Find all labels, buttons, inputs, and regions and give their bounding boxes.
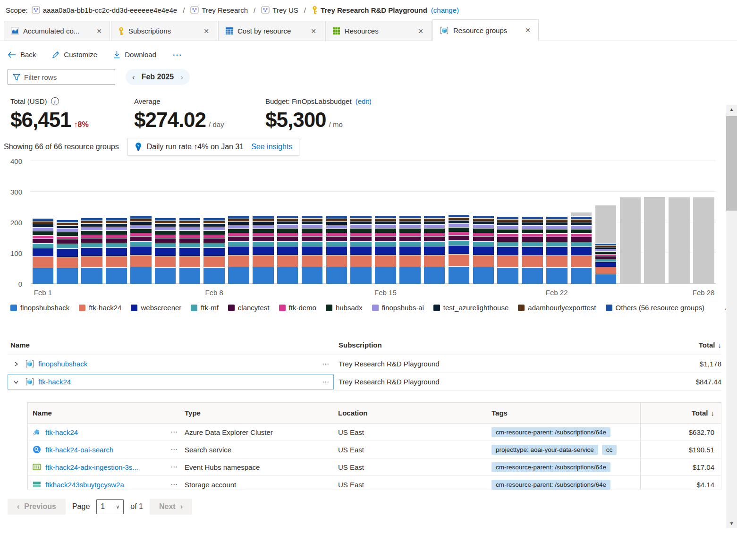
- close-tab-icon[interactable]: ✕: [94, 26, 104, 36]
- subcol-total-header[interactable]: Total: [692, 409, 708, 417]
- stacked-bar-feb-10[interactable]: [253, 216, 274, 284]
- stacked-bar-feb-13[interactable]: [326, 216, 347, 284]
- tab-subscriptions[interactable]: Subscriptions✕: [111, 21, 217, 41]
- legend-item[interactable]: webscreener: [131, 304, 181, 312]
- resource-link[interactable]: ftk-hack24-oai-search: [45, 446, 113, 454]
- download-button[interactable]: Download: [113, 51, 156, 59]
- stacked-bar-feb-25[interactable]: [620, 197, 641, 284]
- close-tab-icon[interactable]: ✕: [202, 26, 211, 36]
- stacked-bar-feb-12[interactable]: [302, 216, 323, 284]
- legend-item[interactable]: hubsadx: [326, 304, 363, 312]
- customize-button[interactable]: Customize: [52, 51, 97, 59]
- stacked-bar-feb-11[interactable]: [277, 216, 298, 284]
- col-subscription-header[interactable]: Subscription: [339, 341, 382, 349]
- legend-item[interactable]: adamhourlyexporttest: [518, 304, 596, 312]
- stacked-bar-feb-23[interactable]: [571, 212, 592, 284]
- stacked-bar-feb-2[interactable]: [57, 220, 78, 284]
- tag-pill[interactable]: cm-resource-parent: /subscriptions/64e: [491, 462, 610, 472]
- stacked-bar-feb-15[interactable]: [375, 216, 396, 284]
- chevron-right-icon[interactable]: [11, 361, 21, 367]
- scroll-up-icon[interactable]: ▲: [726, 107, 737, 112]
- vertical-scrollbar[interactable]: ▲ ▼: [726, 105, 737, 528]
- stacked-bar-feb-18[interactable]: [449, 215, 470, 284]
- row-menu-button[interactable]: ⋯: [170, 463, 178, 471]
- row-name-box[interactable]: finopshubshack⋯: [8, 356, 334, 372]
- legend-item[interactable]: clancytest: [228, 304, 270, 312]
- resource-group-link[interactable]: finopshubshack: [38, 360, 87, 368]
- stacked-bar-feb-4[interactable]: [106, 218, 127, 284]
- stacked-bar-feb-8[interactable]: [203, 218, 225, 284]
- previous-page-button[interactable]: ‹Previous: [8, 499, 66, 515]
- tag-pill[interactable]: projecttype: aoai-your-data-service: [491, 445, 598, 455]
- subcol-type-header[interactable]: Type: [185, 409, 201, 417]
- stacked-bar-feb-20[interactable]: [497, 217, 518, 284]
- subcol-name-header[interactable]: Name: [33, 409, 52, 417]
- page-select[interactable]: 1 ∨: [96, 499, 124, 514]
- tag-pill[interactable]: cm-resource-parent: /subscriptions/64e: [491, 427, 610, 437]
- scope-breadcrumb-item[interactable]: Trey US: [261, 6, 298, 14]
- tag-pill[interactable]: cc: [602, 445, 617, 455]
- stacked-bar-feb-19[interactable]: [473, 216, 494, 284]
- filter-rows-input[interactable]: [24, 73, 110, 81]
- scope-breadcrumb-item[interactable]: Trey Research R&D Playground: [312, 6, 427, 14]
- row-menu-button[interactable]: ⋯: [170, 428, 178, 436]
- col-name-header[interactable]: Name: [10, 341, 30, 349]
- row-menu-button[interactable]: ⋯: [322, 360, 330, 368]
- legend-item[interactable]: ftk-mf: [191, 304, 219, 312]
- stacked-bar-feb-26[interactable]: [644, 197, 665, 284]
- row-name-box[interactable]: ftk-hack24⋯: [8, 374, 334, 390]
- legend-item[interactable]: finopshubshack: [10, 304, 69, 312]
- row-menu-button[interactable]: ⋯: [170, 480, 178, 489]
- row-menu-button[interactable]: ⋯: [170, 445, 178, 454]
- tab-resource-groups[interactable]: Resource groups✕: [432, 19, 539, 41]
- stacked-bar-feb-6[interactable]: [155, 218, 176, 284]
- subcol-tags-header[interactable]: Tags: [491, 409, 508, 417]
- stacked-bar-feb-16[interactable]: [399, 216, 421, 284]
- subcol-location-header[interactable]: Location: [338, 409, 368, 417]
- scope-breadcrumb-item[interactable]: Trey Research: [190, 6, 248, 14]
- stacked-bar-feb-9[interactable]: [228, 216, 249, 284]
- stacked-bar-feb-27[interactable]: [669, 197, 690, 284]
- tab-accumulated-co-[interactable]: Accumulated co...✕: [4, 21, 110, 41]
- tag-pill[interactable]: cm-resource-parent: /subscriptions/64e: [491, 480, 610, 490]
- resource-group-link[interactable]: ftk-hack24: [38, 378, 71, 386]
- close-tab-icon[interactable]: ✕: [523, 25, 533, 35]
- stacked-bar-feb-24[interactable]: [595, 205, 617, 284]
- col-total-header[interactable]: Total: [699, 341, 715, 349]
- previous-month-button[interactable]: ‹: [132, 73, 135, 81]
- back-button[interactable]: Back: [8, 51, 36, 59]
- scope-breadcrumb-item[interactable]: aaaa0a0a-bb1b-cc2c-dd3d-eeeeee4e4e4e: [32, 6, 177, 14]
- row-menu-button[interactable]: ⋯: [322, 378, 330, 386]
- resource-link[interactable]: ftkhack243sbuytgcysw2a: [45, 481, 124, 489]
- budget-edit-link[interactable]: (edit): [356, 97, 372, 105]
- stacked-bar-feb-17[interactable]: [424, 216, 445, 284]
- next-page-button[interactable]: Next›: [150, 499, 192, 515]
- scroll-down-icon[interactable]: ▼: [726, 521, 737, 526]
- stacked-bar-feb-5[interactable]: [130, 216, 152, 284]
- resource-link[interactable]: ftk-hack24: [45, 428, 78, 436]
- resource-link[interactable]: ftk-hack24-adx-ingestion-3s...: [45, 463, 138, 471]
- stacked-bar-feb-1[interactable]: [33, 219, 54, 284]
- stacked-bar-feb-22[interactable]: [546, 217, 568, 284]
- scrollbar-thumb[interactable]: [726, 116, 737, 211]
- see-insights-link[interactable]: See insights: [251, 143, 292, 151]
- legend-item[interactable]: ftk-hack24: [79, 304, 121, 312]
- legend-item[interactable]: Others (56 resource groups): [606, 304, 704, 312]
- scope-change-link[interactable]: (change): [431, 6, 459, 14]
- more-commands-button[interactable]: ⋯: [172, 52, 183, 57]
- close-tab-icon[interactable]: ✕: [416, 26, 425, 36]
- legend-item[interactable]: finopshubs-ai: [372, 304, 424, 312]
- stacked-bar-feb-3[interactable]: [81, 218, 102, 284]
- next-month-button[interactable]: ›: [180, 73, 183, 81]
- tab-cost-by-resource[interactable]: Cost by resource✕: [218, 21, 324, 41]
- stacked-bar-feb-28[interactable]: [693, 197, 714, 284]
- filter-rows-box[interactable]: [8, 69, 115, 85]
- chevron-down-icon[interactable]: [11, 379, 21, 385]
- close-tab-icon[interactable]: ✕: [309, 26, 318, 36]
- legend-item[interactable]: test_azurelighthouse: [433, 304, 508, 312]
- tab-resources[interactable]: Resources✕: [325, 21, 432, 41]
- stacked-bar-feb-21[interactable]: [522, 217, 543, 284]
- period-label[interactable]: Feb 2025: [142, 73, 174, 81]
- legend-item[interactable]: ftk-demo: [279, 304, 316, 312]
- info-icon[interactable]: i: [51, 97, 59, 105]
